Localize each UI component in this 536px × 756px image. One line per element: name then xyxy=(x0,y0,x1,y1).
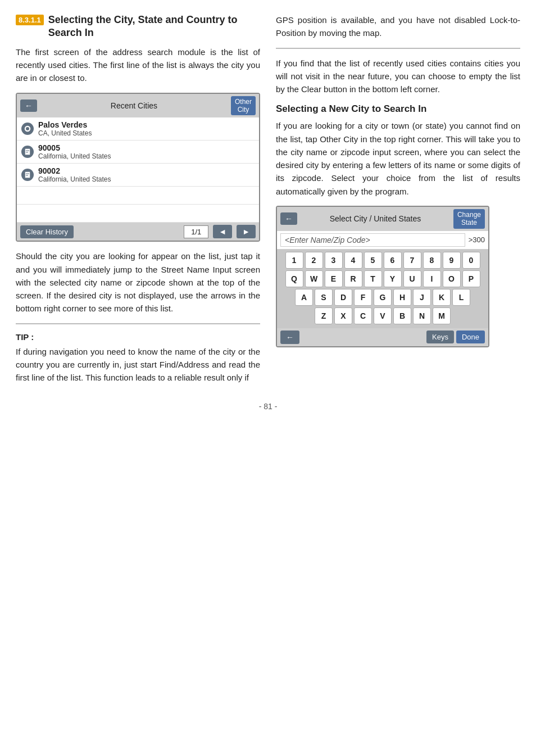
key-p[interactable]: P xyxy=(462,270,480,287)
new-city-heading: Selecting a New City to Search In xyxy=(276,103,520,115)
jump-text: Should the city you are looking for appe… xyxy=(16,250,260,315)
keys-button[interactable]: Keys xyxy=(426,331,454,343)
bookmark-icon xyxy=(21,146,34,158)
key-f[interactable]: F xyxy=(354,289,372,306)
key-2[interactable]: 2 xyxy=(305,252,323,269)
key-6[interactable]: 6 xyxy=(384,252,402,269)
divider xyxy=(16,323,260,324)
city-sub: CA, United States xyxy=(38,129,92,137)
keyboard-row-4: Z X C V B N M xyxy=(279,307,486,324)
key-3[interactable]: 3 xyxy=(325,252,343,269)
empty-row xyxy=(17,187,259,205)
city-sub: California, United States xyxy=(38,175,111,183)
key-t[interactable]: T xyxy=(364,270,382,287)
key-x[interactable]: X xyxy=(334,307,352,324)
tip-text: If during navigation you need to know th… xyxy=(16,345,260,384)
key-k[interactable]: K xyxy=(433,289,451,306)
city-name: Palos Verdes xyxy=(38,120,92,129)
city-name: 90005 xyxy=(38,143,111,152)
key-s[interactable]: S xyxy=(315,289,333,306)
keyboard-row-3: A S D F G H J K L xyxy=(279,289,486,306)
key-1[interactable]: 1 xyxy=(285,252,303,269)
key-g[interactable]: G xyxy=(374,289,392,306)
key-i[interactable]: I xyxy=(423,270,441,287)
key-n[interactable]: N xyxy=(413,307,431,324)
key-0[interactable]: 0 xyxy=(462,252,480,269)
key-a[interactable]: A xyxy=(295,289,313,306)
clear-history-button[interactable]: Clear History xyxy=(20,225,74,238)
city-sub: California, United States xyxy=(38,152,111,160)
key-7[interactable]: 7 xyxy=(403,252,421,269)
recent-cities-panel: ← Recent Cities OtherCity Palos Verdes C… xyxy=(16,93,260,242)
keyboard-footer: ← Keys Done xyxy=(277,328,488,346)
list-item[interactable]: 90002 California, United States xyxy=(17,164,259,187)
intro-text: The first screen of the address search m… xyxy=(16,46,260,85)
select-city-panel: ← Select City / United States ChangeStat… xyxy=(276,206,489,347)
key-u[interactable]: U xyxy=(403,270,421,287)
key-l[interactable]: L xyxy=(452,289,470,306)
keyboard-back-button[interactable]: ← xyxy=(280,331,299,344)
key-y[interactable]: Y xyxy=(384,270,402,287)
key-4[interactable]: 4 xyxy=(344,252,362,269)
key-j[interactable]: J xyxy=(413,289,431,306)
keyboard-row-1: 1 2 3 4 5 6 7 8 9 0 xyxy=(279,252,486,269)
done-button[interactable]: Done xyxy=(456,331,485,343)
city-panel-back-button[interactable]: ← xyxy=(280,212,297,225)
empty-row xyxy=(17,205,259,223)
change-state-button[interactable]: ChangeState xyxy=(453,209,485,229)
section-heading: 8.3.1.1 Selecting the City, State and Co… xyxy=(16,13,260,40)
svg-point-1 xyxy=(26,127,29,130)
prev-page-button[interactable]: ◄ xyxy=(213,225,232,238)
key-o[interactable]: O xyxy=(443,270,461,287)
key-d[interactable]: D xyxy=(334,289,352,306)
key-q[interactable]: Q xyxy=(285,270,303,287)
other-city-button[interactable]: OtherCity xyxy=(231,96,256,116)
key-8[interactable]: 8 xyxy=(423,252,441,269)
key-9[interactable]: 9 xyxy=(443,252,461,269)
right-extra-text: If you find that the list of recently us… xyxy=(276,57,520,96)
panel-title: Recent Cities xyxy=(39,101,229,110)
key-z[interactable]: Z xyxy=(315,307,333,324)
city-name: 90002 xyxy=(38,166,111,175)
page-counter: 1/1 xyxy=(184,225,208,238)
page-number: - 81 - xyxy=(16,402,520,415)
key-v[interactable]: V xyxy=(374,307,392,324)
panel-back-button[interactable]: ← xyxy=(20,99,37,112)
panel-header: ← Recent Cities OtherCity xyxy=(17,94,259,118)
keyboard-row-2: Q W E R T Y U I O P xyxy=(279,270,486,287)
next-page-button[interactable]: ► xyxy=(237,225,256,238)
new-city-text: If you are looking for a city or town (o… xyxy=(276,119,520,198)
svg-rect-2 xyxy=(25,148,30,155)
key-w[interactable]: W xyxy=(305,270,323,287)
section-tag: 8.3.1.1 xyxy=(16,15,44,25)
key-e[interactable]: E xyxy=(325,270,343,287)
section-title: Selecting the City, State and Country to… xyxy=(48,13,260,40)
keyboard-grid: 1 2 3 4 5 6 7 8 9 0 Q W E xyxy=(277,250,488,328)
list-item[interactable]: Palos Verdes CA, United States xyxy=(17,117,259,141)
key-r[interactable]: R xyxy=(344,270,362,287)
key-h[interactable]: H xyxy=(393,289,411,306)
city-panel-header: ← Select City / United States ChangeStat… xyxy=(277,207,488,231)
gps-text: GPS position is available, and you have … xyxy=(276,13,520,40)
svg-rect-3 xyxy=(25,171,30,178)
tip-label: TIP : xyxy=(16,332,260,342)
city-panel-title: Select City / United States xyxy=(299,214,451,223)
panel-footer: Clear History 1/1 ◄ ► xyxy=(17,223,259,241)
bookmark-icon xyxy=(21,169,34,181)
key-m[interactable]: M xyxy=(433,307,451,324)
key-c[interactable]: C xyxy=(354,307,372,324)
divider-right xyxy=(276,48,520,49)
city-count: >300 xyxy=(469,236,485,244)
list-item[interactable]: 90005 California, United States xyxy=(17,141,259,164)
city-input-row: <Enter Name/Zip Code> >300 xyxy=(277,231,488,250)
city-input-field[interactable]: <Enter Name/Zip Code> xyxy=(280,233,465,247)
panel-rows: Palos Verdes CA, United States 90005 Cal… xyxy=(17,117,259,223)
location-icon xyxy=(21,123,34,135)
key-b[interactable]: B xyxy=(393,307,411,324)
key-5[interactable]: 5 xyxy=(364,252,382,269)
